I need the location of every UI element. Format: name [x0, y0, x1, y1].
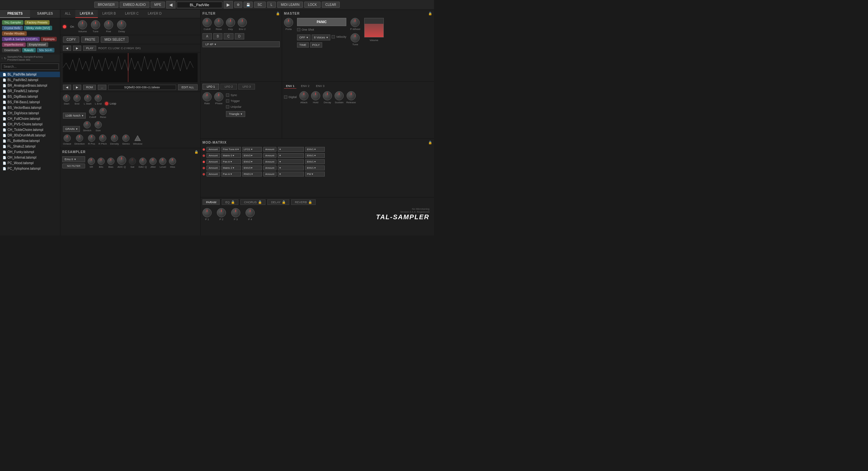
filter-lp4p-dropdown[interactable]: LP 4P ▾ [203, 41, 280, 47]
p-wheel-knob[interactable] [350, 18, 360, 27]
release-knob[interactable] [347, 91, 356, 100]
layer-tab-c[interactable]: LAYER C [120, 10, 143, 18]
p4-knob[interactable] [246, 208, 255, 217]
lfo1-tab[interactable]: LFO 1 [203, 84, 219, 90]
mod-amount-4b[interactable]: Amount [263, 165, 277, 170]
end-knob[interactable] [73, 95, 81, 102]
time-button[interactable]: TIME [297, 42, 309, 47]
file-item[interactable]: 📄 DR_80sDrumMulti.talsmpl [0, 133, 60, 138]
mod-source-2[interactable]: Matrix 0▾ [221, 153, 241, 158]
next-sample-button[interactable]: ▶ [73, 45, 81, 51]
density-knob[interactable] [111, 135, 118, 142]
file-item[interactable]: 📄 CH_FullChoire.talsmpl [0, 116, 60, 122]
mod-source-1[interactable]: Fine Tune A▾ [221, 147, 241, 152]
sat-knob[interactable] [129, 158, 136, 165]
layer-tab-all[interactable]: ALL [60, 10, 75, 18]
dac-q-knob[interactable] [139, 158, 146, 165]
rate-knob[interactable] [203, 92, 212, 101]
midi-select-button[interactable]: MIDI SELECT [101, 36, 128, 43]
tune-knob[interactable] [91, 20, 100, 29]
layer-tab-a[interactable]: LAYER A [75, 10, 98, 18]
mod-dest-mod-1[interactable]: ENV1▾ [305, 147, 325, 152]
mod-amount-3b[interactable]: Amount [263, 159, 277, 164]
file-item[interactable]: 📄 FL_BottleBlow.talsmpl [0, 138, 60, 144]
layer-tab-b[interactable]: LAYER B [98, 10, 121, 18]
reverb-tab[interactable]: REVERB 🔒 [291, 199, 316, 205]
tag-imperfectionist[interactable]: Imperfectionist [2, 42, 26, 47]
mod-dest-5[interactable]: ▾ [278, 172, 304, 176]
mod-dest-1[interactable]: ▾ [278, 147, 304, 152]
mod-dest-mod-5[interactable]: PW▾ [305, 172, 325, 176]
edit-all-button[interactable]: EDIT ALL [178, 85, 197, 90]
file-item[interactable]: 📄 BR_AnalogueBrass.talsmpl [0, 83, 60, 88]
phase-knob[interactable] [214, 92, 223, 101]
mod-amount-3[interactable]: Amount [207, 159, 220, 164]
samples-tab[interactable]: SAMPLES [30, 10, 60, 18]
hiss-knob[interactable] [169, 158, 176, 165]
mod-source-3[interactable]: Pan A▾ [221, 159, 241, 164]
r-pos-knob[interactable] [88, 135, 95, 142]
key-knob[interactable] [226, 18, 235, 27]
more-button[interactable]: ... [98, 85, 106, 90]
reso-knob[interactable] [99, 108, 106, 115]
cutoff-knob[interactable] [203, 18, 212, 27]
presets-tab[interactable]: PRESETS [0, 10, 30, 18]
mod-amount-1[interactable]: Amount [207, 147, 220, 152]
tag-factory-presets[interactable]: Factory Presets [25, 20, 50, 25]
tag-crystal-bellz[interactable]: Crystal Bellz [2, 26, 23, 30]
file-item[interactable]: 📄 BL_PadVille2.talsmpl [0, 77, 60, 83]
octave-knob[interactable] [64, 135, 71, 142]
velocity-checkbox[interactable] [332, 35, 335, 38]
porta-knob[interactable] [284, 18, 293, 27]
mod-src-mod-5[interactable]: RND1▾ [242, 172, 262, 176]
tag-synth-choir[interactable]: Synth & Sample CHOIR's [2, 37, 40, 41]
tag-flutesfz[interactable]: flutesfz [22, 48, 36, 53]
jitter-knob[interactable] [149, 158, 156, 165]
filter-b-button[interactable]: B [213, 33, 223, 39]
center-cutoff-knob[interactable] [89, 108, 96, 115]
file-item[interactable]: 📄 CH_TickleChoire.talsmpl [0, 127, 60, 133]
start-knob[interactable] [63, 95, 70, 102]
play-button[interactable]: PLAY [83, 45, 96, 51]
level-knob[interactable] [159, 158, 166, 165]
trigger-checkbox[interactable] [226, 99, 229, 103]
master-tune-knob[interactable] [350, 33, 360, 42]
sc-button[interactable]: SC [254, 2, 266, 8]
settings-button[interactable]: ⚙ [234, 2, 242, 8]
clear-button[interactable]: CLEAR [322, 2, 340, 8]
lfo2-tab[interactable]: LFO 2 [220, 84, 237, 90]
file-item[interactable]: 📄 BS_DigiBass.talsmpl [0, 94, 60, 99]
file-item[interactable]: 📄 OH_Funky.talsmpl [0, 149, 60, 155]
p1-knob[interactable] [203, 208, 212, 217]
grain-dropdown[interactable]: GRAIN ▾ [63, 126, 80, 132]
lock-button[interactable]: LOCK [304, 2, 320, 8]
resampler-type-dropdown[interactable]: Emu II ▾ [62, 156, 85, 162]
volume-knob[interactable] [78, 20, 87, 29]
mod-src-mod-3[interactable]: ENV2▾ [242, 159, 262, 164]
voices-dropdown[interactable]: 8 Voices ▾ [312, 35, 330, 40]
attack-knob[interactable] [299, 91, 308, 100]
fine-knob[interactable] [104, 20, 113, 29]
up-button[interactable]: ↑ [1, 57, 3, 60]
mod-amount-1b[interactable]: Amount [263, 147, 277, 152]
off-dropdown[interactable]: OFF ▾ [297, 35, 310, 40]
mod-src-mod-1[interactable]: LFO1▾ [242, 147, 262, 152]
filter-c-button[interactable]: C [224, 33, 233, 39]
filter-type-dropdown[interactable]: 12dB Notch ▾ [63, 113, 86, 119]
tag-fender-rhodes[interactable]: Fender Rhodes [2, 31, 27, 36]
copy-button[interactable]: COPY [63, 36, 79, 43]
p2-knob[interactable] [217, 208, 226, 217]
eq-tab[interactable]: EQ 🔒 [222, 199, 238, 205]
mod-dest-mod-2[interactable]: ENV1▾ [305, 153, 325, 158]
poly-button[interactable]: POLY [310, 42, 322, 47]
param-tab[interactable]: PARAM [203, 199, 220, 205]
l-end-knob[interactable] [95, 95, 102, 102]
save-button[interactable]: 💾 [244, 2, 253, 8]
mod-dest-3[interactable]: ▾ [278, 159, 304, 164]
sr-knob[interactable] [88, 158, 95, 165]
delay-knob[interactable] [117, 20, 126, 29]
mod-dest-4[interactable]: ▾ [278, 165, 304, 170]
reso-filter-knob[interactable] [214, 18, 223, 27]
env1-tab[interactable]: ENV 1 [284, 84, 297, 89]
next-file-button[interactable]: ▶ [73, 85, 81, 90]
